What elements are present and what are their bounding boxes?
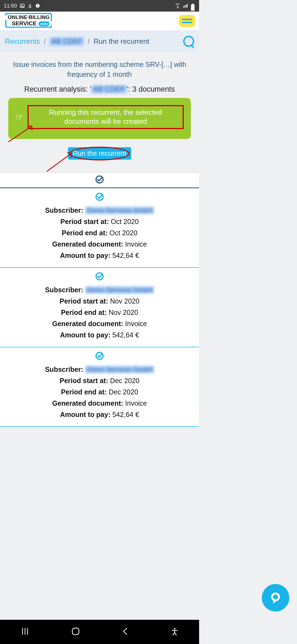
svg-rect-7 [186,5,186,7]
document-card: Subscriber: Demo Services GmbHPeriod sta… [0,188,199,268]
network-type-icon: H+⇅ [176,3,180,9]
check-circle-icon[interactable] [0,350,199,364]
download-icon [28,3,32,8]
amount-value: 542,64 € [112,331,139,339]
period-start-label: Period start at: [60,377,108,384]
run-recurrent-button[interactable]: Run the recurrent [68,147,131,160]
svg-rect-8 [187,4,188,8]
subscriber-value: Demo Services GmbH [85,286,154,294]
amount-label: Amount to pay: [60,411,110,418]
breadcrumb: Recurrents / AB CDEF / Run the recurrent [0,30,199,52]
period-end-label: Period end at: [61,309,107,316]
breadcrumb-separator: / [44,37,46,46]
image-icon [20,3,25,8]
svg-rect-6 [184,6,185,7]
breadcrumb-current: Run the recurrent [94,37,149,46]
breadcrumb-client[interactable]: AB CDEF [50,37,84,46]
generated-value: Invoice [125,320,147,328]
analysis-title: Recurrent analysis: 'AB CDEF': 3 documen… [0,82,199,98]
alert-message: Running this recurrent, the selected doc… [31,108,180,127]
svg-text:com: com [40,22,48,26]
amount-value: 542,64 € [112,411,139,418]
documents-list: Subscriber: Demo Services GmbHPeriod sta… [0,172,199,427]
svg-rect-10 [192,4,193,5]
period-start-value: Nov 2020 [110,297,139,305]
pointing-hand-icon: ☞ [15,111,24,122]
generated-label: Generated document: [52,399,123,407]
svg-rect-4 [37,7,38,7]
generated-label: Generated document: [52,240,123,248]
battery-icon [190,3,195,8]
subscriber-value: Demo Services GmbH [85,207,154,214]
generated-value: Invoice [125,399,147,407]
period-end-value: Nov 2020 [109,309,138,316]
amount-label: Amount to pay: [60,252,110,259]
amount-value: 542,64 € [112,252,139,259]
document-card: Subscriber: Demo Services GmbHPeriod sta… [0,268,199,347]
check-circle-icon[interactable] [0,190,199,205]
period-end-label: Period end at: [61,388,107,396]
subscriber-label: Subscriber: [45,365,83,373]
menu-button[interactable] [179,15,195,27]
check-circle-icon[interactable] [95,175,104,185]
svg-rect-9 [191,4,195,11]
period-end-value: Dec 2020 [109,388,138,396]
check-circle-icon[interactable] [0,270,199,284]
app-header: ONLINE·BILLING SERVICE com [0,12,199,30]
android-status-bar: 11:50 H+⇅ [0,0,199,12]
svg-rect-5 [183,6,184,8]
period-start-label: Period start at: [60,297,108,305]
svg-point-1 [21,5,22,6]
document-card: Subscriber: Demo Services GmbHPeriod sta… [0,347,199,427]
breadcrumb-recurrents[interactable]: Recurrents [5,37,40,46]
period-start-value: Oct 2020 [111,218,139,225]
subscriber-label: Subscriber: [45,286,83,294]
period-end-value: Oct 2020 [109,229,137,237]
period-start-value: Dec 2020 [110,377,139,384]
generated-value: Invoice [125,240,147,248]
alert-banner: ☞ Running this recurrent, the selected d… [8,98,191,139]
subscriber-value: Demo Services GmbH [85,366,154,373]
generated-label: Generated document: [52,320,123,328]
period-start-label: Period start at: [61,218,109,225]
amount-label: Amount to pay: [60,331,110,339]
subscriber-label: Subscriber: [45,206,83,214]
svg-text:SERVICE: SERVICE [12,20,37,26]
svg-rect-3 [37,5,38,6]
svg-text:ONLINE·BILLING: ONLINE·BILLING [8,14,50,20]
period-end-label: Period end at: [62,229,108,237]
annotation-highlight-box: Running this recurrent, the selected doc… [28,105,184,129]
select-all-row[interactable] [0,172,199,188]
alert-icon [35,3,40,8]
search-icon[interactable] [183,36,194,47]
signal-icon [183,3,188,8]
status-time: 11:50 [4,3,17,9]
logo[interactable]: ONLINE·BILLING SERVICE com [4,13,53,29]
breadcrumb-separator: / [88,37,90,46]
intro-text: Issue invoices from the numbering scheme… [0,52,199,82]
